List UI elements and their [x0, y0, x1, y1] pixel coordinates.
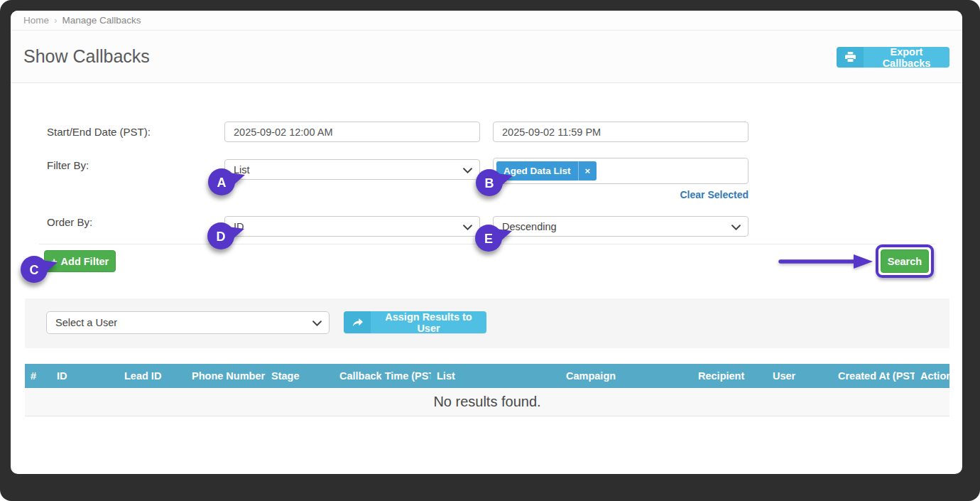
assign-results-button[interactable]: Assign Results to User	[344, 311, 486, 333]
order-direction-select[interactable]: Descending	[493, 216, 748, 237]
forward-arrow-icon	[344, 311, 371, 333]
results-table: # ID Lead ID Phone Number Stage Callback…	[25, 364, 949, 416]
clear-selected-link[interactable]: Clear Selected	[493, 189, 748, 200]
add-filter-button[interactable]: + Add Filter	[44, 250, 116, 272]
col-action: Action	[915, 364, 949, 388]
page-title: Show Callbacks	[23, 46, 150, 67]
col-number: #	[25, 364, 51, 388]
chevron-down-icon	[463, 164, 472, 176]
filter-type-value: List	[234, 164, 250, 176]
export-callbacks-button[interactable]: Export Callbacks	[837, 47, 949, 68]
selected-list-tag[interactable]: Aged Data List ×	[496, 161, 597, 181]
printer-icon	[837, 47, 864, 68]
filter-type-select[interactable]: List	[224, 159, 480, 180]
remove-tag-icon[interactable]: ×	[578, 161, 597, 181]
page-header: Show Callbacks	[11, 31, 962, 83]
chevron-down-icon	[463, 221, 472, 232]
empty-results-message: No results found.	[25, 388, 949, 416]
date-range-label: Start/End Date (PST):	[47, 126, 151, 138]
col-recipient: Recipient	[692, 364, 767, 388]
search-button[interactable]: Search	[881, 249, 929, 273]
breadcrumb-separator: ›	[54, 15, 58, 26]
col-created-at: Created At (PST)	[832, 364, 915, 388]
window-frame: Home › Manage Callbacks Show Callbacks E…	[0, 0, 980, 501]
col-list: List	[431, 364, 560, 388]
plus-icon: +	[51, 255, 58, 267]
filter-by-label: Filter By:	[47, 159, 89, 171]
annotation-arrow-icon	[778, 252, 874, 271]
search-highlight-outline: Search	[876, 244, 934, 278]
col-lead-id: Lead ID	[119, 364, 186, 388]
order-direction-value: Descending	[502, 221, 557, 232]
order-field-value: ID	[234, 221, 244, 232]
col-callback-time: Callback Time (PST)	[334, 364, 431, 388]
col-phone-number: Phone Number	[186, 364, 266, 388]
col-user: User	[767, 364, 832, 388]
assign-results-label: Assign Results to User	[371, 311, 486, 333]
end-date-input[interactable]	[493, 122, 748, 142]
selected-lists-field[interactable]: Aged Data List ×	[493, 158, 748, 184]
user-select[interactable]: Select a User	[46, 311, 330, 334]
page: Home › Manage Callbacks Show Callbacks E…	[11, 11, 962, 474]
user-select-value: Select a User	[55, 317, 117, 328]
breadcrumb-current: Manage Callbacks	[62, 15, 141, 26]
svg-text:C: C	[30, 263, 39, 277]
chevron-down-icon	[312, 317, 322, 328]
breadcrumb-home-link[interactable]: Home	[23, 15, 49, 26]
table-header-row: # ID Lead ID Phone Number Stage Callback…	[25, 364, 949, 388]
form-divider	[39, 244, 935, 244]
col-id: ID	[51, 364, 119, 388]
col-stage: Stage	[266, 364, 334, 388]
col-campaign: Campaign	[560, 364, 692, 388]
breadcrumb: Home › Manage Callbacks	[11, 11, 962, 31]
start-date-input[interactable]	[224, 122, 480, 142]
export-callbacks-label: Export Callbacks	[864, 47, 949, 68]
order-by-label: Order By:	[47, 216, 92, 228]
chevron-down-icon	[731, 221, 741, 232]
selected-list-tag-label: Aged Data List	[496, 161, 578, 181]
order-field-select[interactable]: ID	[224, 216, 480, 237]
empty-results-row: No results found.	[25, 388, 949, 416]
add-filter-label: Add Filter	[61, 256, 109, 267]
